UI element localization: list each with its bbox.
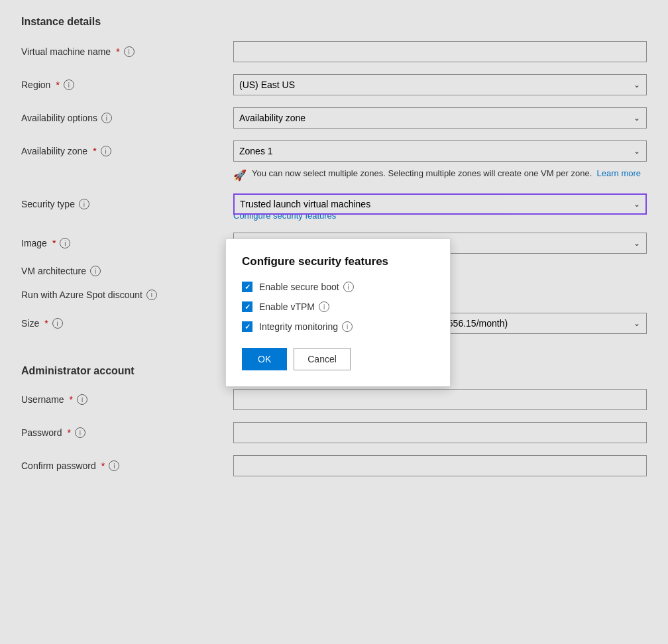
secure-boot-info-icon[interactable]: i (343, 282, 354, 292)
vtpm-checkbox[interactable] (242, 301, 252, 312)
modal-overlay: Configure security features Enable secur… (0, 0, 668, 504)
secure-boot-label: Enable secure boot i (259, 282, 354, 292)
vtpm-row: Enable vTPM i (242, 301, 434, 312)
vtpm-info-icon[interactable]: i (319, 301, 329, 312)
configure-security-modal: Configure security features Enable secur… (225, 239, 451, 387)
secure-boot-checkbox[interactable] (242, 282, 252, 292)
integrity-monitoring-label: Integrity monitoring i (259, 321, 353, 332)
modal-title: Configure security features (242, 255, 434, 268)
secure-boot-row: Enable secure boot i (242, 282, 434, 292)
integrity-monitoring-info-icon[interactable]: i (342, 321, 353, 332)
vtpm-label: Enable vTPM i (259, 301, 329, 312)
modal-actions: OK Cancel (242, 348, 434, 370)
modal-ok-button[interactable]: OK (242, 348, 287, 370)
integrity-monitoring-row: Integrity monitoring i (242, 321, 434, 332)
integrity-monitoring-checkbox[interactable] (242, 321, 252, 332)
modal-cancel-button[interactable]: Cancel (294, 348, 351, 370)
